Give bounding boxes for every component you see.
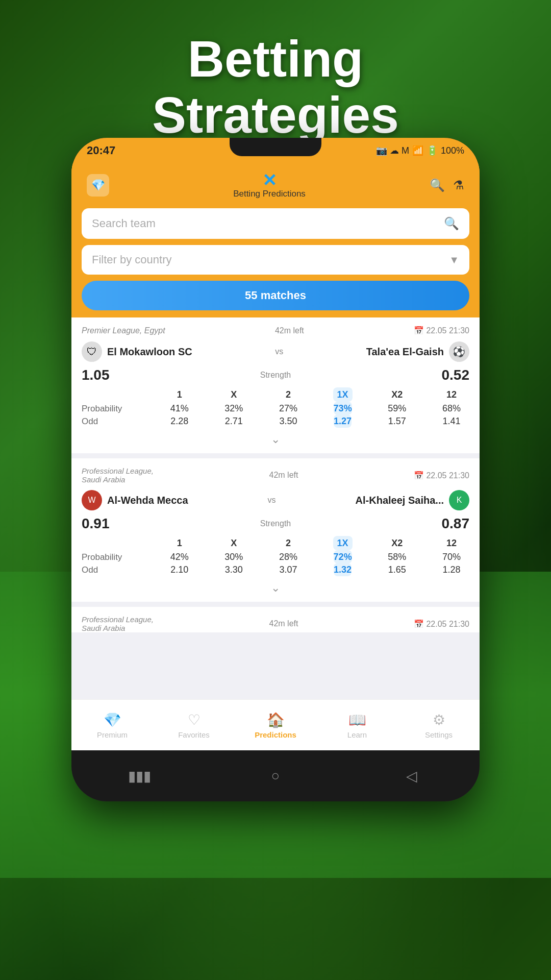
odd-1: 2.28	[170, 416, 188, 426]
col-12: 12	[434, 389, 469, 400]
home-strength: 0.91	[82, 516, 110, 532]
odd-row: Odd 2.10 3.30 3.07 1.32 1.65 1.28	[82, 565, 469, 575]
col-1x: 1X	[325, 389, 361, 400]
home-strength: 1.05	[82, 367, 110, 383]
probability-label: Probability	[82, 404, 143, 414]
dropdown-arrow-icon: ▼	[449, 254, 459, 266]
predictions-nav-icon: 🏠	[267, 712, 285, 728]
match-date: 📅 22.05 21:30	[414, 619, 469, 629]
phone-frame: 20:47 📷 ☁ M 📶 🔋 100% 💎 ✕ Betting Predict…	[71, 138, 480, 801]
predictions-nav-label: Predictions	[255, 730, 296, 739]
col-x2: X2	[379, 538, 415, 549]
home-team-logo: 🛡	[82, 341, 102, 362]
home-team: 🛡 El Mokawloon SC	[82, 341, 192, 362]
prob-2: 28%	[279, 552, 297, 562]
probability-row: Probability 42% 30% 28% 72% 58% 70%	[82, 552, 469, 562]
matches-count-button[interactable]: 55 matches	[82, 281, 469, 310]
recents-icon: ▮▮▮	[128, 768, 151, 784]
battery-percent: 100%	[441, 145, 464, 156]
header-title-area: ✕ Betting Predictions	[109, 172, 430, 199]
matches-list: Premier League, Egypt 42m left 📅 22.05 2…	[71, 317, 480, 699]
match-card: Professional League,Saudi Arabia 42m lef…	[71, 607, 480, 632]
prob-12: 68%	[442, 403, 461, 413]
filter-bar[interactable]: Filter by country ▼	[82, 245, 469, 275]
status-icons: 📷 ☁ M 📶 🔋 100%	[376, 145, 464, 156]
premium-icon-button[interactable]: 💎	[87, 174, 109, 197]
away-team-logo: K	[449, 490, 469, 510]
home-team-logo: W	[82, 490, 102, 510]
pred-header-row: 1 X 2 1X X2 12	[82, 389, 469, 400]
back-button[interactable]: ◁	[399, 768, 424, 785]
hero-title: Betting Strategies	[0, 31, 551, 143]
phone-notch	[230, 138, 321, 156]
recents-button[interactable]: ▮▮▮	[127, 768, 152, 785]
odd-1x: 1.27	[334, 414, 352, 428]
match-teams: W Al-Wehda Mecca vs Al-Khaleej Saiha... …	[82, 490, 469, 510]
nav-item-premium[interactable]: 💎 Premium	[71, 712, 153, 739]
col-2: 2	[270, 389, 306, 400]
signal-icon: 📶	[412, 145, 423, 156]
prediction-table: 1 X 2 1X X2 12 Probability 41% 32% 27% 7…	[82, 389, 469, 427]
filter-placeholder: Filter by country	[92, 253, 172, 266]
header-actions: 🔍 ⚗	[430, 178, 464, 192]
odd-x2: 1.65	[388, 565, 406, 575]
expand-button[interactable]: ⌄	[82, 429, 469, 448]
home-team: W Al-Wehda Mecca	[82, 490, 188, 510]
away-team: Tala'ea El-Gaish ⚽	[366, 341, 469, 362]
match-meta: Professional League,Saudi Arabia 42m lef…	[82, 615, 469, 632]
prob-1: 42%	[170, 552, 189, 562]
time-left: 42m left	[269, 619, 298, 628]
vs-label: vs	[275, 347, 283, 356]
strength-label: Strength	[260, 371, 291, 380]
prob-1x: 72%	[334, 550, 352, 564]
odd-label: Odd	[82, 416, 143, 427]
prob-1: 41%	[170, 403, 189, 413]
pred-header-row: 1 X 2 1X X2 12	[82, 538, 469, 549]
x-logo: ✕	[109, 172, 430, 189]
premium-nav-label: Premium	[97, 730, 128, 739]
match-card: Professional League,Saudi Arabia 42m lef…	[71, 458, 480, 602]
col-12: 12	[434, 538, 469, 549]
odd-2: 3.50	[279, 416, 297, 426]
time-left: 42m left	[275, 326, 304, 335]
filter-header-button[interactable]: ⚗	[453, 178, 464, 192]
prob-2: 27%	[279, 403, 297, 413]
away-team: Al-Khaleej Saiha... K	[356, 490, 469, 510]
prob-12: 70%	[442, 552, 461, 562]
odd-row: Odd 2.28 2.71 3.50 1.27 1.57 1.41	[82, 416, 469, 427]
learn-nav-label: Learn	[347, 730, 367, 739]
strength-row: 0.91 Strength 0.87	[82, 516, 469, 532]
search-icon[interactable]: 🔍	[444, 216, 459, 231]
home-button[interactable]: ○	[263, 768, 288, 784]
col-1: 1	[162, 389, 197, 400]
odd-1x: 1.32	[334, 563, 352, 576]
match-card: Premier League, Egypt 42m left 📅 22.05 2…	[71, 317, 480, 453]
odd-label: Odd	[82, 565, 143, 575]
vs-label: vs	[268, 496, 276, 505]
match-meta: Professional League,Saudi Arabia 42m lef…	[82, 467, 469, 484]
time-left: 42m left	[269, 471, 298, 480]
nav-item-settings[interactable]: ⚙ Settings	[398, 712, 480, 739]
hero-title-line2: Strategies	[0, 87, 551, 143]
away-team-name: Tala'ea El-Gaish	[366, 346, 444, 358]
col-x: X	[216, 389, 252, 400]
probability-row: Probability 41% 32% 27% 73% 59% 68%	[82, 403, 469, 414]
search-placeholder: Search team	[92, 217, 156, 230]
match-league: Professional League,Saudi Arabia	[82, 615, 154, 632]
settings-nav-icon: ⚙	[433, 712, 445, 728]
home-icon: ○	[271, 768, 280, 783]
settings-nav-label: Settings	[425, 730, 453, 739]
prob-x: 30%	[224, 552, 243, 562]
nav-item-predictions[interactable]: 🏠 Predictions	[235, 712, 316, 739]
col-2: 2	[270, 538, 306, 549]
expand-button[interactable]: ⌄	[82, 577, 469, 597]
nav-item-favorites[interactable]: ♡ Favorites	[153, 712, 235, 739]
phone-screen: 💎 ✕ Betting Predictions 🔍 ⚗ Search team …	[71, 163, 480, 750]
strength-label: Strength	[260, 519, 291, 528]
search-section: Search team 🔍 Filter by country ▼ 55 mat…	[71, 204, 480, 317]
search-bar[interactable]: Search team 🔍	[82, 208, 469, 239]
nav-item-learn[interactable]: 📖 Learn	[316, 712, 398, 739]
search-header-button[interactable]: 🔍	[430, 178, 445, 192]
home-team-name: El Mokawloon SC	[107, 346, 192, 358]
match-date: 📅 22.05 21:30	[414, 326, 469, 335]
